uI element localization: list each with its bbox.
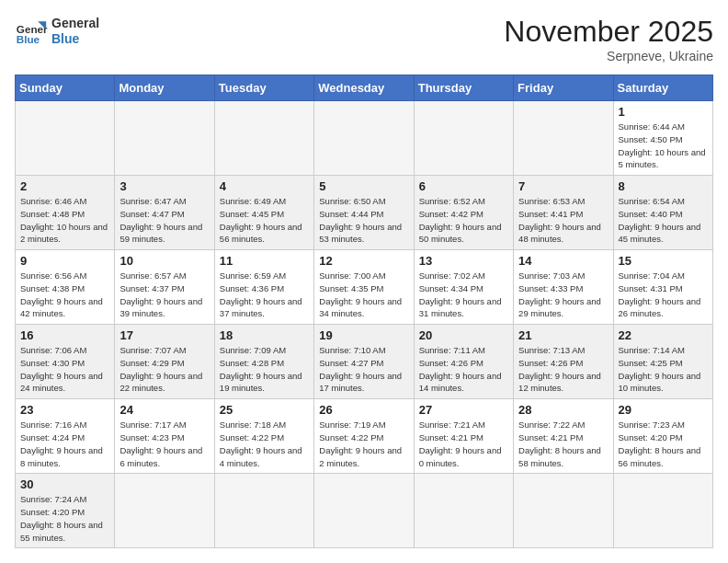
calendar-day-cell: 20Sunrise: 7:11 AM Sunset: 4:26 PM Dayli… bbox=[414, 325, 513, 399]
calendar-day-cell: 13Sunrise: 7:02 AM Sunset: 4:34 PM Dayli… bbox=[414, 250, 513, 325]
calendar-day-cell: 28Sunrise: 7:22 AM Sunset: 4:21 PM Dayli… bbox=[514, 399, 613, 474]
calendar-day-cell: 19Sunrise: 7:10 AM Sunset: 4:27 PM Dayli… bbox=[314, 325, 414, 399]
day-info: Sunrise: 6:50 AM Sunset: 4:44 PM Dayligh… bbox=[319, 195, 408, 246]
day-of-week-header: Tuesday bbox=[214, 75, 313, 101]
day-number: 28 bbox=[518, 403, 608, 417]
day-info: Sunrise: 6:44 AM Sunset: 4:50 PM Dayligh… bbox=[619, 121, 708, 171]
logo-icon: General Blue bbox=[15, 15, 48, 48]
day-info: Sunrise: 7:13 AM Sunset: 4:26 PM Dayligh… bbox=[518, 344, 608, 395]
calendar-day-cell: 18Sunrise: 7:09 AM Sunset: 4:28 PM Dayli… bbox=[214, 325, 313, 399]
day-of-week-header: Saturday bbox=[613, 75, 712, 101]
location-subtitle: Serpneve, Ukraine bbox=[504, 49, 713, 63]
day-info: Sunrise: 7:11 AM Sunset: 4:26 PM Dayligh… bbox=[419, 344, 508, 395]
logo: General Blue General Blue bbox=[15, 15, 99, 48]
day-of-week-header: Wednesday bbox=[314, 75, 414, 101]
calendar-day-cell bbox=[214, 474, 313, 548]
calendar-day-cell: 24Sunrise: 7:17 AM Sunset: 4:23 PM Dayli… bbox=[115, 399, 214, 474]
day-number: 21 bbox=[518, 328, 608, 342]
day-info: Sunrise: 7:02 AM Sunset: 4:34 PM Dayligh… bbox=[419, 270, 508, 320]
calendar-day-cell: 7Sunrise: 6:53 AM Sunset: 4:41 PM Daylig… bbox=[514, 176, 613, 250]
calendar-week-row: 9Sunrise: 6:56 AM Sunset: 4:38 PM Daylig… bbox=[16, 250, 713, 325]
day-number: 29 bbox=[619, 403, 708, 417]
day-number: 30 bbox=[20, 477, 109, 491]
calendar-day-cell: 30Sunrise: 7:24 AM Sunset: 4:20 PM Dayli… bbox=[16, 474, 115, 548]
day-info: Sunrise: 6:59 AM Sunset: 4:36 PM Dayligh… bbox=[220, 270, 309, 320]
day-info: Sunrise: 7:14 AM Sunset: 4:25 PM Dayligh… bbox=[619, 344, 708, 395]
calendar-day-cell bbox=[314, 101, 414, 176]
day-of-week-header: Friday bbox=[514, 75, 613, 101]
calendar-day-cell: 22Sunrise: 7:14 AM Sunset: 4:25 PM Dayli… bbox=[613, 325, 712, 399]
day-number: 1 bbox=[619, 105, 708, 119]
day-info: Sunrise: 7:24 AM Sunset: 4:20 PM Dayligh… bbox=[20, 493, 109, 544]
logo-blue-text: Blue bbox=[51, 31, 99, 47]
calendar-day-cell: 29Sunrise: 7:23 AM Sunset: 4:20 PM Dayli… bbox=[613, 399, 712, 474]
day-number: 18 bbox=[220, 328, 309, 342]
day-info: Sunrise: 7:17 AM Sunset: 4:23 PM Dayligh… bbox=[119, 419, 209, 469]
day-info: Sunrise: 7:00 AM Sunset: 4:35 PM Dayligh… bbox=[319, 270, 408, 320]
day-number: 20 bbox=[419, 328, 508, 342]
calendar-day-cell: 14Sunrise: 7:03 AM Sunset: 4:33 PM Dayli… bbox=[514, 250, 613, 325]
calendar-day-cell bbox=[613, 474, 712, 548]
day-number: 4 bbox=[220, 179, 309, 193]
day-info: Sunrise: 7:16 AM Sunset: 4:24 PM Dayligh… bbox=[20, 419, 109, 469]
calendar-week-row: 16Sunrise: 7:06 AM Sunset: 4:30 PM Dayli… bbox=[16, 325, 713, 399]
calendar-day-cell: 2Sunrise: 6:46 AM Sunset: 4:48 PM Daylig… bbox=[16, 176, 115, 250]
day-number: 7 bbox=[518, 179, 608, 193]
title-area: November 2025 Serpneve, Ukraine bbox=[504, 15, 713, 63]
day-info: Sunrise: 6:47 AM Sunset: 4:47 PM Dayligh… bbox=[119, 195, 209, 246]
calendar-table: SundayMondayTuesdayWednesdayThursdayFrid… bbox=[15, 75, 713, 548]
day-number: 6 bbox=[419, 179, 508, 193]
day-info: Sunrise: 7:07 AM Sunset: 4:29 PM Dayligh… bbox=[119, 344, 209, 395]
calendar-day-cell: 12Sunrise: 7:00 AM Sunset: 4:35 PM Dayli… bbox=[314, 250, 414, 325]
day-number: 22 bbox=[619, 328, 708, 342]
calendar-day-cell: 8Sunrise: 6:54 AM Sunset: 4:40 PM Daylig… bbox=[613, 176, 712, 250]
calendar-day-cell: 5Sunrise: 6:50 AM Sunset: 4:44 PM Daylig… bbox=[314, 176, 414, 250]
day-info: Sunrise: 7:06 AM Sunset: 4:30 PM Dayligh… bbox=[20, 344, 109, 395]
calendar-week-row: 1Sunrise: 6:44 AM Sunset: 4:50 PM Daylig… bbox=[16, 101, 713, 176]
day-number: 9 bbox=[20, 254, 109, 268]
day-number: 14 bbox=[518, 254, 608, 268]
day-info: Sunrise: 6:46 AM Sunset: 4:48 PM Dayligh… bbox=[20, 195, 109, 246]
day-number: 19 bbox=[319, 328, 408, 342]
calendar-day-cell bbox=[514, 474, 613, 548]
day-number: 16 bbox=[20, 328, 109, 342]
day-info: Sunrise: 7:18 AM Sunset: 4:22 PM Dayligh… bbox=[220, 419, 309, 469]
day-info: Sunrise: 7:10 AM Sunset: 4:27 PM Dayligh… bbox=[319, 344, 408, 395]
calendar-day-cell bbox=[314, 474, 414, 548]
day-number: 15 bbox=[619, 254, 708, 268]
day-info: Sunrise: 7:03 AM Sunset: 4:33 PM Dayligh… bbox=[518, 270, 608, 320]
day-number: 27 bbox=[419, 403, 508, 417]
day-number: 13 bbox=[419, 254, 508, 268]
calendar-week-row: 30Sunrise: 7:24 AM Sunset: 4:20 PM Dayli… bbox=[16, 474, 713, 548]
month-title: November 2025 bbox=[504, 15, 713, 49]
day-info: Sunrise: 7:04 AM Sunset: 4:31 PM Dayligh… bbox=[619, 270, 708, 320]
day-number: 24 bbox=[119, 403, 209, 417]
page-header: General Blue General Blue November 2025 … bbox=[15, 15, 713, 63]
calendar-day-cell bbox=[115, 101, 214, 176]
day-number: 2 bbox=[20, 179, 109, 193]
day-info: Sunrise: 7:22 AM Sunset: 4:21 PM Dayligh… bbox=[518, 419, 608, 469]
calendar-day-cell: 11Sunrise: 6:59 AM Sunset: 4:36 PM Dayli… bbox=[214, 250, 313, 325]
calendar-day-cell bbox=[214, 101, 313, 176]
day-number: 5 bbox=[319, 179, 408, 193]
calendar-day-cell: 15Sunrise: 7:04 AM Sunset: 4:31 PM Dayli… bbox=[613, 250, 712, 325]
calendar-day-cell: 21Sunrise: 7:13 AM Sunset: 4:26 PM Dayli… bbox=[514, 325, 613, 399]
day-number: 10 bbox=[119, 254, 209, 268]
calendar-day-cell: 1Sunrise: 6:44 AM Sunset: 4:50 PM Daylig… bbox=[613, 101, 712, 176]
day-info: Sunrise: 6:49 AM Sunset: 4:45 PM Dayligh… bbox=[220, 195, 309, 246]
calendar-day-cell: 27Sunrise: 7:21 AM Sunset: 4:21 PM Dayli… bbox=[414, 399, 513, 474]
day-of-week-header: Thursday bbox=[414, 75, 513, 101]
svg-text:Blue: Blue bbox=[17, 33, 40, 45]
calendar-day-cell: 17Sunrise: 7:07 AM Sunset: 4:29 PM Dayli… bbox=[115, 325, 214, 399]
day-info: Sunrise: 6:54 AM Sunset: 4:40 PM Dayligh… bbox=[619, 195, 708, 246]
day-info: Sunrise: 6:57 AM Sunset: 4:37 PM Dayligh… bbox=[119, 270, 209, 320]
day-info: Sunrise: 6:56 AM Sunset: 4:38 PM Dayligh… bbox=[20, 270, 109, 320]
day-number: 12 bbox=[319, 254, 408, 268]
logo-general-text: General bbox=[51, 16, 99, 31]
calendar-header-row: SundayMondayTuesdayWednesdayThursdayFrid… bbox=[16, 75, 713, 101]
calendar-day-cell: 4Sunrise: 6:49 AM Sunset: 4:45 PM Daylig… bbox=[214, 176, 313, 250]
day-of-week-header: Monday bbox=[115, 75, 214, 101]
calendar-day-cell: 10Sunrise: 6:57 AM Sunset: 4:37 PM Dayli… bbox=[115, 250, 214, 325]
calendar-week-row: 2Sunrise: 6:46 AM Sunset: 4:48 PM Daylig… bbox=[16, 176, 713, 250]
calendar-week-row: 23Sunrise: 7:16 AM Sunset: 4:24 PM Dayli… bbox=[16, 399, 713, 474]
